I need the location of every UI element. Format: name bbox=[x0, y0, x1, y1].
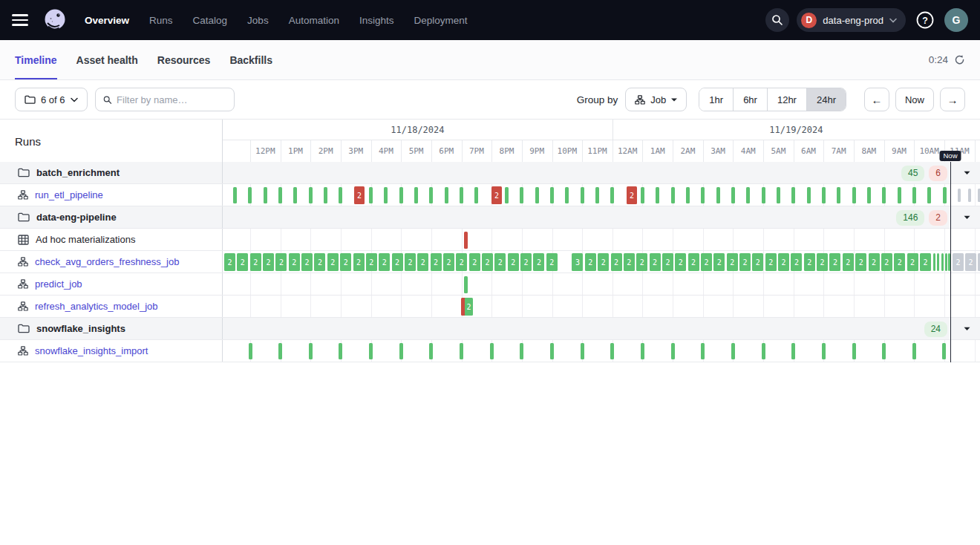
run-tick-success[interactable] bbox=[429, 187, 433, 203]
run-tick-success[interactable] bbox=[882, 343, 886, 359]
run-bar-success[interactable]: 2 bbox=[881, 253, 892, 271]
run-tick-success[interactable] bbox=[610, 187, 614, 203]
run-tick-success[interactable] bbox=[671, 187, 675, 203]
user-avatar[interactable]: G bbox=[944, 8, 968, 32]
run-bar-failure[interactable]: 2 bbox=[354, 186, 365, 204]
run-bar-success[interactable]: 2 bbox=[469, 253, 480, 271]
run-bar-failure[interactable]: 2 bbox=[491, 186, 502, 204]
run-tick-success[interactable] bbox=[762, 187, 765, 203]
run-tick-success[interactable] bbox=[731, 187, 735, 203]
run-tick-success[interactable] bbox=[898, 187, 901, 203]
run-tick-success[interactable] bbox=[943, 187, 947, 203]
run-tick-success[interactable] bbox=[490, 343, 494, 359]
run-tick-success[interactable] bbox=[520, 187, 523, 203]
run-tick-success[interactable] bbox=[762, 343, 765, 359]
run-tick-success[interactable] bbox=[309, 343, 313, 359]
run-tick-success[interactable] bbox=[581, 187, 584, 203]
hamburger-menu-icon[interactable] bbox=[12, 10, 31, 30]
run-bar-success[interactable]: 2 bbox=[353, 253, 365, 271]
tab-resources[interactable]: Resources bbox=[157, 40, 211, 79]
run-tick-success[interactable] bbox=[912, 343, 916, 359]
run-tick-success[interactable] bbox=[641, 187, 644, 203]
run-tick-scheduled[interactable] bbox=[968, 189, 971, 202]
run-bar-success[interactable]: 2 bbox=[636, 253, 647, 271]
run-tick-success[interactable] bbox=[278, 343, 282, 359]
run-bar-success[interactable]: 2 bbox=[855, 253, 866, 271]
run-tick-success[interactable] bbox=[777, 187, 780, 203]
run-bar-success[interactable]: 2 bbox=[275, 253, 287, 271]
run-tick-success[interactable] bbox=[933, 253, 935, 271]
run-bar-success[interactable]: 2 bbox=[869, 253, 880, 271]
run-bar-success[interactable]: 2 bbox=[443, 253, 454, 271]
nav-item-runs[interactable]: Runs bbox=[149, 15, 173, 26]
run-bar-success[interactable]: 2 bbox=[237, 253, 248, 271]
tab-asset-health[interactable]: Asset health bbox=[76, 40, 138, 79]
run-tick-success[interactable] bbox=[882, 187, 886, 203]
run-tick-scheduled[interactable] bbox=[958, 189, 961, 202]
run-tick-success[interactable] bbox=[912, 187, 916, 203]
run-bar-success[interactable]: 2 bbox=[263, 253, 274, 271]
timeline-next-button[interactable]: → bbox=[940, 88, 965, 111]
run-tick-success[interactable] bbox=[278, 187, 282, 203]
range-24hr[interactable]: 24hr bbox=[806, 88, 846, 111]
run-bar-success[interactable]: 2 bbox=[907, 253, 918, 271]
run-bar-scheduled[interactable]: 2 bbox=[953, 253, 964, 271]
run-bar-success[interactable]: 2 bbox=[829, 253, 840, 271]
run-tick-failure[interactable] bbox=[464, 232, 468, 249]
run-bar-success[interactable]: 2 bbox=[456, 253, 467, 271]
run-tick-success[interactable] bbox=[686, 187, 690, 203]
run-bar-success[interactable]: 2 bbox=[327, 253, 339, 271]
nav-item-insights[interactable]: Insights bbox=[359, 15, 394, 26]
run-tick-success[interactable] bbox=[945, 253, 947, 271]
run-bar-success[interactable]: 2 bbox=[508, 253, 519, 271]
run-tick-success[interactable] bbox=[369, 187, 373, 203]
tab-backfills[interactable]: Backfills bbox=[229, 40, 272, 79]
run-bar-success[interactable]: 2 bbox=[662, 253, 673, 271]
run-tick-success[interactable] bbox=[937, 253, 939, 271]
run-tick-success[interactable] bbox=[505, 187, 509, 203]
run-tick-success[interactable] bbox=[339, 343, 342, 359]
run-bar-success[interactable]: 2 bbox=[675, 253, 686, 271]
deployment-switcher[interactable]: D data-eng-prod bbox=[797, 8, 906, 32]
job-name[interactable]: predict_job bbox=[35, 278, 82, 290]
run-tick-success[interactable] bbox=[822, 187, 826, 203]
run-bar-success[interactable]: 2 bbox=[894, 253, 905, 271]
run-tick-success[interactable] bbox=[293, 187, 297, 203]
run-bar-success[interactable]: 2 bbox=[301, 253, 313, 271]
run-tick-success[interactable] bbox=[233, 187, 237, 203]
run-tick-success[interactable] bbox=[474, 187, 478, 203]
run-tick-success[interactable] bbox=[399, 187, 403, 203]
run-tick-success[interactable] bbox=[264, 187, 267, 203]
run-tick-success[interactable] bbox=[309, 187, 313, 203]
run-bar-success[interactable]: 2 bbox=[405, 253, 416, 271]
run-tick-success[interactable] bbox=[641, 343, 644, 359]
run-tick-success[interactable] bbox=[460, 187, 463, 203]
run-bar-mixed[interactable]: 2 bbox=[461, 298, 473, 316]
run-tick-success[interactable] bbox=[610, 343, 614, 359]
run-tick-success[interactable] bbox=[460, 343, 463, 359]
run-tick-success[interactable] bbox=[852, 343, 856, 359]
expand-group-caret[interactable] bbox=[964, 206, 970, 228]
range-12hr[interactable]: 12hr bbox=[767, 88, 806, 111]
run-tick-success[interactable] bbox=[656, 187, 659, 203]
job-name[interactable]: refresh_analytics_model_job bbox=[35, 301, 157, 312]
run-bar-success[interactable]: 2 bbox=[314, 253, 325, 271]
run-bar-success[interactable]: 2 bbox=[624, 253, 635, 271]
run-tick-success[interactable] bbox=[807, 187, 811, 203]
run-tick-success[interactable] bbox=[550, 343, 554, 359]
range-6hr[interactable]: 6hr bbox=[733, 88, 767, 111]
run-bar-success[interactable]: 2 bbox=[520, 253, 532, 271]
expand-group-caret[interactable] bbox=[964, 162, 970, 183]
run-bar-success[interactable]: 2 bbox=[250, 253, 261, 271]
run-tick-success[interactable] bbox=[927, 187, 931, 203]
name-filter-input[interactable] bbox=[117, 94, 226, 105]
run-bar-success[interactable]: 2 bbox=[752, 253, 763, 271]
run-tick-success[interactable] bbox=[520, 343, 523, 359]
nav-item-jobs[interactable]: Jobs bbox=[247, 15, 269, 26]
run-tick-success[interactable] bbox=[445, 187, 448, 203]
run-tick-success[interactable] bbox=[414, 187, 418, 203]
group-by-dropdown[interactable]: Job bbox=[625, 88, 687, 111]
run-tick-success[interactable] bbox=[595, 187, 599, 203]
run-tick-success[interactable] bbox=[324, 187, 327, 203]
expand-group-caret[interactable] bbox=[964, 318, 970, 339]
